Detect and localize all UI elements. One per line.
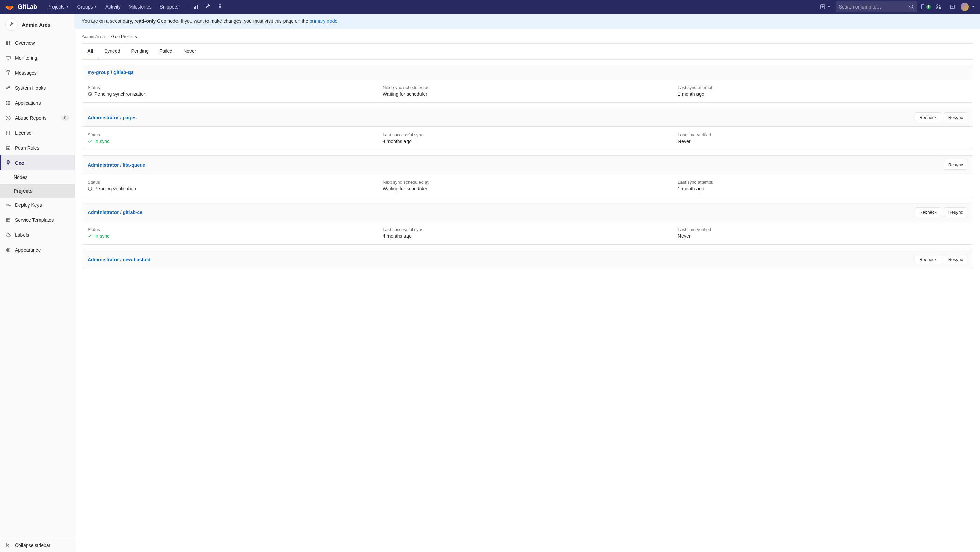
search-box[interactable] [835, 2, 917, 12]
geo-icon [5, 160, 11, 165]
tab-all[interactable]: All [82, 44, 99, 59]
svg-rect-31 [6, 218, 10, 222]
svg-rect-11 [8, 41, 10, 43]
merge-requests-icon[interactable] [933, 2, 944, 12]
wrench-icon [5, 18, 18, 31]
resync-button[interactable]: Resync [944, 207, 967, 217]
chevron-down-icon: ▼ [94, 5, 97, 8]
sidebar-subitem-projects[interactable]: Projects [0, 184, 75, 197]
user-menu[interactable]: ▼ [961, 3, 975, 11]
svg-point-25 [8, 104, 9, 105]
sidebar-item-push-rules[interactable]: Push Rules [0, 140, 75, 155]
sidebar-item-abuse-reports[interactable]: Abuse Reports0 [0, 110, 75, 126]
field-label: Status [88, 132, 377, 137]
project-panel: Administrator / pages RecheckResync Stat… [82, 108, 973, 150]
field-value: 1 month ago [678, 186, 967, 191]
sidebar-item-service-templates[interactable]: Service Templates [0, 213, 75, 227]
nav-projects[interactable]: Projects▼ [44, 0, 73, 14]
broadcast-icon [5, 70, 11, 76]
sidebar-header: Admin Area [0, 14, 75, 35]
resync-button[interactable]: Resync [944, 255, 967, 264]
sidebar-item-messages[interactable]: Messages [0, 65, 75, 80]
tab-never[interactable]: Never [178, 44, 201, 59]
sidebar-item-label: Monitoring [15, 55, 37, 60]
check-icon [88, 234, 92, 239]
key-icon [5, 202, 11, 208]
breadcrumb-current: Geo Projects [111, 34, 137, 39]
gitlab-logo-icon[interactable] [5, 3, 16, 11]
resync-button[interactable]: Resync [944, 113, 967, 122]
breadcrumb-root[interactable]: Admin Area [82, 34, 105, 39]
chevron-right-icon: › [107, 35, 108, 38]
sidebar-item-label: Messages [15, 70, 37, 76]
project-field: Last successful sync 4 months ago [383, 227, 672, 239]
recheck-button[interactable]: Recheck [915, 207, 941, 217]
brand-name[interactable]: GitLab [18, 3, 37, 11]
clock-icon [88, 186, 92, 191]
field-label: Last time verified [678, 227, 967, 232]
sidebar-item-label: Push Rules [15, 145, 40, 151]
sidebar-item-label: Applications [15, 100, 41, 106]
svg-point-17 [8, 86, 10, 87]
new-dropdown[interactable]: ▼ [818, 5, 833, 9]
project-title-link[interactable]: Administrator / lita-queue [88, 162, 145, 168]
svg-rect-2 [197, 5, 197, 9]
avatar-icon [961, 3, 969, 11]
svg-point-21 [6, 103, 8, 103]
apps-icon [5, 100, 11, 106]
sidebar-item-license[interactable]: License [0, 126, 75, 140]
field-value: In sync [88, 234, 377, 239]
nav-activity[interactable]: Activity [102, 0, 124, 14]
collapse-sidebar[interactable]: Collapse sidebar [0, 538, 75, 552]
svg-rect-12 [6, 43, 8, 45]
project-title-link[interactable]: my-group / gitlab-qa [88, 70, 134, 75]
geo-location-icon[interactable] [215, 2, 226, 12]
project-title-link[interactable]: Administrator / gitlab-ce [88, 210, 142, 215]
sidebar-item-label: System Hooks [15, 85, 46, 91]
sidebar-subitem-nodes[interactable]: Nodes [0, 170, 75, 184]
sidebar-nav: OverviewMonitoringMessagesSystem HooksAp… [0, 35, 75, 538]
appearance-icon [5, 247, 11, 253]
field-value: Waiting for scheduler [383, 91, 672, 97]
project-panel: Administrator / new-hashed RecheckResync [82, 250, 973, 269]
admin-wrench-icon[interactable] [202, 2, 213, 12]
svg-point-15 [8, 73, 8, 73]
nav-milestones[interactable]: Milestones [126, 0, 155, 14]
field-label: Status [88, 180, 377, 185]
search-input[interactable] [839, 4, 909, 10]
resync-button[interactable]: Resync [944, 160, 967, 170]
sidebar-item-applications[interactable]: Applications [0, 95, 75, 110]
issues-icon[interactable]: 1 [920, 4, 931, 10]
sidebar-item-appearance[interactable]: Appearance [0, 243, 75, 258]
todos-icon[interactable] [947, 2, 958, 12]
sidebar-item-labels[interactable]: Labels [0, 227, 75, 243]
primary-node-link[interactable]: primary node [310, 18, 338, 24]
svg-point-19 [8, 101, 9, 102]
sidebar-item-deploy-keys[interactable]: Deploy Keys [0, 197, 75, 213]
tab-failed[interactable]: Failed [154, 44, 178, 59]
svg-point-16 [6, 87, 8, 89]
filter-tabs: AllSyncedPendingFailedNever [82, 43, 973, 60]
tab-pending[interactable]: Pending [126, 44, 154, 59]
analytics-icon[interactable] [190, 2, 201, 12]
project-title-link[interactable]: Administrator / pages [88, 115, 137, 120]
sidebar-item-overview[interactable]: Overview [0, 35, 75, 51]
field-label: Status [88, 227, 377, 232]
panel-actions: Resync [944, 160, 967, 170]
field-value: In sync [88, 139, 377, 144]
sidebar-item-geo[interactable]: Geo [0, 155, 75, 170]
project-field: Next sync scheduled at Waiting for sched… [383, 180, 672, 191]
recheck-button[interactable]: Recheck [915, 255, 941, 264]
dashboard-icon [5, 40, 11, 46]
svg-point-22 [8, 103, 9, 103]
panel-header: Administrator / pages RecheckResync [82, 108, 973, 127]
nav-snippets[interactable]: Snippets [156, 0, 181, 14]
nav-divider [186, 4, 186, 10]
sidebar-item-system-hooks[interactable]: System Hooks [0, 80, 75, 95]
sidebar-item-monitoring[interactable]: Monitoring [0, 51, 75, 65]
recheck-button[interactable]: Recheck [915, 113, 941, 122]
nav-groups[interactable]: Groups▼ [74, 0, 101, 14]
svg-rect-10 [6, 41, 8, 43]
project-title-link[interactable]: Administrator / new-hashed [88, 257, 150, 262]
tab-synced[interactable]: Synced [99, 44, 126, 59]
